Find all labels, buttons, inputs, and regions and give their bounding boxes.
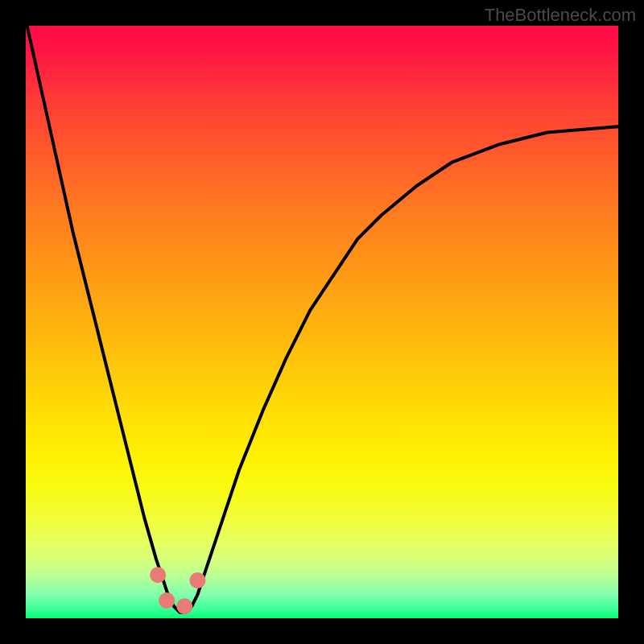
bottleneck-curve-svg — [26, 26, 618, 618]
curve-marker-dot — [159, 592, 175, 609]
watermark-text: TheBottleneck.com — [485, 5, 636, 26]
curve-marker-dot — [150, 567, 166, 583]
bottleneck-curve-line — [26, 26, 618, 613]
chart-area — [26, 26, 618, 618]
curve-marker-dot — [189, 572, 205, 588]
curve-marker-dot — [176, 598, 192, 614]
